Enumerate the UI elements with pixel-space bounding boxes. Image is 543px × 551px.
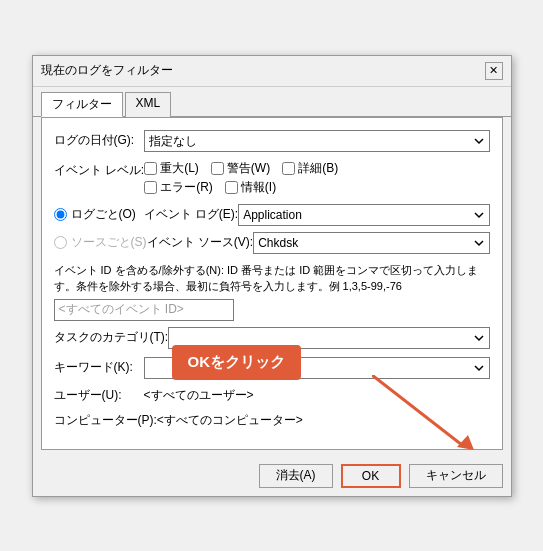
cancel-button[interactable]: キャンセル bbox=[409, 464, 503, 488]
log-radio-text: ログごと(O) bbox=[71, 206, 136, 223]
checkbox-info: 情報(I) bbox=[225, 179, 276, 196]
event-level-row1: 重大(L) 警告(W) 詳細(B) bbox=[144, 160, 346, 177]
log-radio-row: ログごと(O) イベント ログ(E): Application bbox=[54, 204, 490, 226]
event-level-row: イベント レベル: 重大(L) 警告(W) 詳細(B) bbox=[54, 160, 490, 196]
event-level-label: イベント レベル: bbox=[54, 160, 145, 179]
checkbox-critical-label: 重大(L) bbox=[160, 160, 199, 177]
checkbox-warning-label: 警告(W) bbox=[227, 160, 270, 177]
event-log-select[interactable]: Application bbox=[238, 204, 489, 226]
arrow-indicator bbox=[372, 375, 492, 455]
description-text: イベント ID を含める/除外する(N): ID 番号または ID 範囲をコンマ… bbox=[54, 262, 490, 295]
log-date-row: ログの日付(G): 指定なし bbox=[54, 130, 490, 152]
tab-bar: フィルター XML bbox=[33, 87, 511, 117]
ok-button[interactable]: OK bbox=[341, 464, 401, 488]
title-bar: 現在のログをフィルター ✕ bbox=[33, 56, 511, 87]
checkbox-info-input[interactable] bbox=[225, 181, 238, 194]
event-id-input[interactable] bbox=[54, 299, 234, 321]
button-row: 消去(A) OK キャンセル bbox=[33, 458, 511, 496]
user-label: ユーザー(U): bbox=[54, 387, 144, 404]
log-date-label: ログの日付(G): bbox=[54, 132, 144, 149]
close-button[interactable]: ✕ bbox=[485, 62, 503, 80]
ok-tooltip: OKをクリック bbox=[172, 345, 302, 380]
dialog-title: 現在のログをフィルター bbox=[41, 62, 173, 79]
tab-xml[interactable]: XML bbox=[125, 92, 172, 117]
keyword-label: キーワード(K): bbox=[54, 359, 144, 376]
source-radio-row: ソースごと(S) イベント ソース(V): Chkdsk bbox=[54, 232, 490, 254]
clear-button[interactable]: 消去(A) bbox=[259, 464, 333, 488]
log-date-select[interactable]: 指定なし bbox=[144, 130, 490, 152]
checkbox-error-label: エラー(R) bbox=[160, 179, 213, 196]
checkbox-error-input[interactable] bbox=[144, 181, 157, 194]
task-category-label: タスクのカテゴリ(T): bbox=[54, 329, 169, 346]
event-source-select[interactable]: Chkdsk bbox=[253, 232, 489, 254]
log-date-field: 指定なし bbox=[144, 130, 490, 152]
checkbox-warning: 警告(W) bbox=[211, 160, 270, 177]
event-log-field: Application bbox=[238, 204, 489, 226]
event-id-row bbox=[54, 299, 490, 321]
tab-filter[interactable]: フィルター bbox=[41, 92, 123, 117]
checkbox-critical-input[interactable] bbox=[144, 162, 157, 175]
log-radio-input[interactable] bbox=[54, 208, 67, 221]
checkbox-verbose-label: 詳細(B) bbox=[298, 160, 338, 177]
event-source-field: Chkdsk bbox=[253, 232, 489, 254]
checkbox-warning-input[interactable] bbox=[211, 162, 224, 175]
checkbox-verbose: 詳細(B) bbox=[282, 160, 338, 177]
source-radio-input[interactable] bbox=[54, 236, 67, 249]
checkbox-error: エラー(R) bbox=[144, 179, 213, 196]
checkbox-critical: 重大(L) bbox=[144, 160, 199, 177]
computer-label: コンピューター(P): bbox=[54, 412, 157, 429]
source-radio-text: ソースごと(S) bbox=[71, 234, 147, 251]
log-radio-label: ログごと(O) bbox=[54, 206, 144, 223]
event-source-label: イベント ソース(V): bbox=[147, 234, 254, 251]
source-radio-label: ソースごと(S) bbox=[54, 234, 147, 251]
event-level-row2: エラー(R) 情報(I) bbox=[144, 179, 346, 196]
svg-line-0 bbox=[372, 375, 462, 445]
checkbox-info-label: 情報(I) bbox=[241, 179, 276, 196]
event-log-label: イベント ログ(E): bbox=[144, 206, 239, 223]
checkbox-verbose-input[interactable] bbox=[282, 162, 295, 175]
event-level-checkboxes: 重大(L) 警告(W) 詳細(B) bbox=[144, 160, 346, 196]
